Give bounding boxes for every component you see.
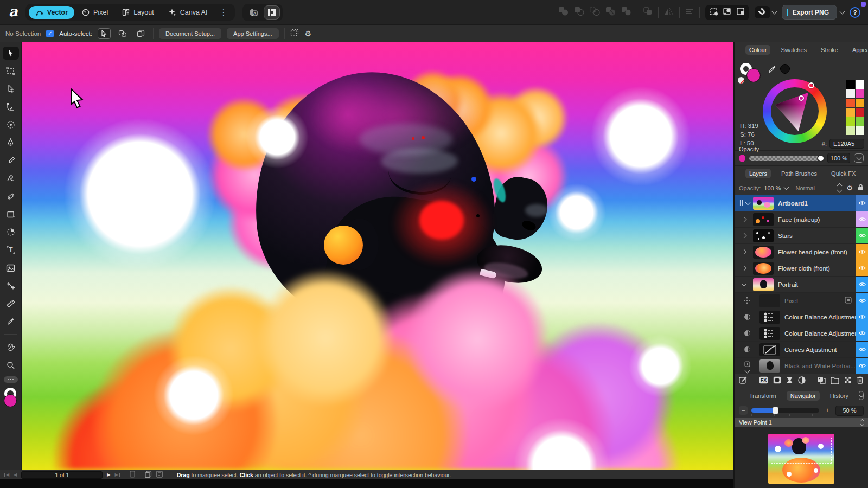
intersect-shapes-icon[interactable] xyxy=(590,7,600,18)
pages-icon[interactable] xyxy=(145,470,152,480)
zoom-out-button[interactable]: − xyxy=(739,406,748,415)
last-page-icon[interactable]: ▶ xyxy=(114,472,119,477)
layer-colour-chip[interactable] xyxy=(856,211,868,227)
swatch[interactable] xyxy=(846,99,855,107)
expand-chevron-icon[interactable] xyxy=(741,281,746,286)
point-transform-tool[interactable] xyxy=(3,118,19,131)
autoselect-cursor-button[interactable] xyxy=(98,28,111,39)
eye-icon[interactable] xyxy=(859,266,866,271)
layer-row-pixel[interactable]: Pixel xyxy=(735,293,868,309)
select-same-icon[interactable] xyxy=(643,7,653,18)
affinity-logo[interactable]: a xyxy=(9,3,18,20)
opacity-knob[interactable] xyxy=(817,155,825,162)
duplicate-layer-icon[interactable] xyxy=(817,376,826,386)
layers-opacity-value[interactable]: 100 % xyxy=(764,185,781,191)
layer-row-stars[interactable]: Stars xyxy=(735,228,868,244)
move-tool[interactable] xyxy=(3,47,19,60)
fill-colour-circle[interactable] xyxy=(746,68,761,82)
layer-colour-chip[interactable] xyxy=(856,277,868,292)
prev-page-icon[interactable]: ◀ xyxy=(14,472,17,477)
lock-icon[interactable] xyxy=(858,184,864,192)
fx-icon[interactable]: FX xyxy=(759,376,768,386)
pencil-tool[interactable] xyxy=(3,154,19,167)
zoom-slider-knob[interactable] xyxy=(773,407,778,414)
opacity-value[interactable]: 100 % xyxy=(827,153,850,163)
tab-history[interactable]: History xyxy=(826,391,852,401)
place-image-tool[interactable] xyxy=(3,261,19,274)
autoselect-group-button[interactable] xyxy=(135,28,148,39)
viewpoint-row[interactable]: View Point 1 xyxy=(735,418,868,427)
pen-tool[interactable] xyxy=(3,136,19,149)
eye-icon[interactable] xyxy=(859,233,866,238)
eye-icon[interactable] xyxy=(859,331,866,336)
hex-input[interactable]: E120A5 xyxy=(829,139,864,149)
zoom-in-button[interactable]: + xyxy=(823,406,832,415)
saturation-selector[interactable] xyxy=(799,95,804,101)
more-tools-button[interactable] xyxy=(4,376,18,383)
collapsed-chevron-icon[interactable] xyxy=(741,233,746,239)
autoselect-object-button[interactable] xyxy=(116,28,129,39)
tab-swatches[interactable]: Swatches xyxy=(777,45,810,55)
eye-icon[interactable] xyxy=(859,363,866,368)
layer-row-portrait[interactable]: Portrait xyxy=(735,277,868,293)
page-indicator[interactable]: 1 of 1 xyxy=(21,471,103,479)
corner-tool[interactable] xyxy=(3,100,19,113)
document-list-icon[interactable] xyxy=(156,470,163,480)
viewport-marquee[interactable] xyxy=(771,438,832,464)
snapping-chevron-icon[interactable] xyxy=(771,9,777,14)
opacity-chevron-icon[interactable] xyxy=(854,153,864,163)
autoselect-checkbox[interactable]: ✓ xyxy=(46,30,54,37)
theme-a-icon[interactable]: A xyxy=(245,5,261,20)
layer-row-black-and-white[interactable]: Black-and-White Portrai... xyxy=(735,358,868,374)
expand-chevron-icon[interactable] xyxy=(745,200,750,205)
layer-row-colour-balance-1[interactable]: Colour Balance Adjustmen xyxy=(735,309,868,325)
eye-icon[interactable] xyxy=(859,298,866,303)
device-preview-icon[interactable] xyxy=(130,470,135,480)
document-setup-button[interactable]: Document Setup... xyxy=(159,28,221,39)
add-shapes-icon[interactable] xyxy=(558,7,569,18)
persona-overflow-menu[interactable]: ⋮ xyxy=(215,8,232,17)
collapsed-chevron-icon[interactable] xyxy=(741,249,746,255)
opacity-slider[interactable] xyxy=(749,156,824,161)
eye-icon[interactable] xyxy=(859,314,866,319)
tab-canva-ai[interactable]: Canva AI xyxy=(162,5,214,19)
gear-icon[interactable]: ⚙ xyxy=(305,29,312,38)
layer-row-colour-balance-2[interactable]: Colour Balance Adjustmen xyxy=(735,325,868,342)
artistic-text-tool[interactable]: T xyxy=(3,243,19,256)
layer-colour-chip[interactable] xyxy=(856,244,868,260)
eye-icon[interactable] xyxy=(859,217,866,222)
swatch[interactable] xyxy=(856,99,864,107)
layer-colour-chip[interactable] xyxy=(856,260,868,276)
swatch[interactable] xyxy=(846,80,855,89)
collapsed-chevron-icon[interactable] xyxy=(741,266,746,271)
trash-icon[interactable] xyxy=(857,376,864,386)
colour-triangle[interactable] xyxy=(772,88,818,134)
dashed-grid-icon[interactable] xyxy=(290,28,299,39)
zoom-tool[interactable] xyxy=(3,358,19,371)
tab-path-brushes[interactable]: Path Brushes xyxy=(777,169,821,178)
layer-row-artboard[interactable]: Artboard1 xyxy=(735,195,868,211)
combine-shapes-icon[interactable] xyxy=(621,7,631,18)
group-icon[interactable] xyxy=(831,376,839,386)
help-button[interactable]: ? xyxy=(850,7,860,18)
swatch[interactable] xyxy=(846,89,855,98)
tab-quick-fx[interactable]: Quick FX xyxy=(827,169,859,178)
layer-row-face-makeup[interactable]: Face (makeup) xyxy=(735,211,868,228)
blend-stepper-icon[interactable] xyxy=(838,184,841,192)
opacity-dropdown-icon[interactable] xyxy=(783,184,789,190)
align-icon[interactable] xyxy=(685,8,694,17)
snapping-button[interactable] xyxy=(755,6,770,18)
fill-tool[interactable] xyxy=(3,190,19,203)
blend-mode-value[interactable]: Normal xyxy=(796,185,815,191)
edit-all-layers-icon[interactable] xyxy=(739,376,747,386)
hue-selector[interactable] xyxy=(808,82,814,88)
transform-separately-icon[interactable] xyxy=(709,7,718,18)
swatch[interactable] xyxy=(856,108,864,117)
eye-icon[interactable] xyxy=(859,347,866,352)
shape-builder-tool[interactable] xyxy=(3,226,19,239)
transform-origin-icon[interactable] xyxy=(723,7,732,18)
canvas[interactable] xyxy=(22,42,733,470)
zoom-value[interactable]: 50 % xyxy=(835,406,864,416)
pattern-icon[interactable] xyxy=(844,376,852,386)
adjustment-icon[interactable] xyxy=(798,376,806,386)
